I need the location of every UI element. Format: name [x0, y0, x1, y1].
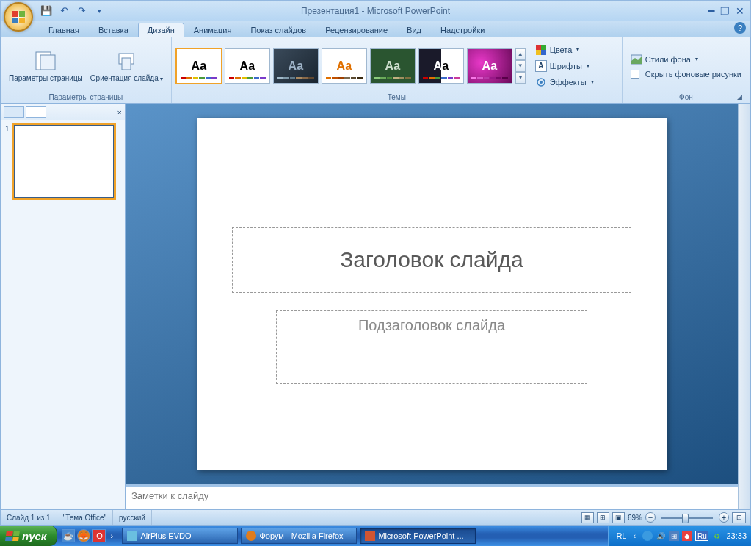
save-icon[interactable]: 💾 — [39, 4, 54, 18]
office-button[interactable] — [4, 2, 33, 32]
tab-review[interactable]: Рецензирование — [316, 23, 397, 37]
theme-thumb-1[interactable]: Аа — [176, 48, 222, 84]
airplus-icon — [127, 531, 137, 541]
slide-canvas[interactable]: Заголовок слайда Подзаголовок слайда — [197, 118, 667, 470]
qat-customize-icon[interactable]: ▾ — [92, 4, 106, 18]
svg-rect-3 — [122, 58, 131, 70]
svg-rect-6 — [536, 50, 541, 55]
sorter-view-button[interactable]: ⊞ — [597, 512, 609, 523]
title-placeholder[interactable]: Заголовок слайда — [232, 227, 631, 293]
zoom-out-button[interactable]: − — [645, 512, 656, 523]
tab-home[interactable]: Главная — [39, 23, 89, 37]
theme-thumb-7[interactable]: Аа — [467, 48, 512, 84]
panel-tabs: × — [1, 104, 125, 120]
hide-bg-checkbox[interactable]: Скрыть фоновые рисунки — [627, 68, 745, 81]
page-setup-button[interactable]: Параметры страницы — [5, 47, 87, 85]
zoom-level[interactable]: 69% — [628, 514, 642, 522]
task-airplus[interactable]: AirPlus EVDO — [122, 528, 238, 544]
system-tray: RL ‹ 🔊 ⊞ ◆ Ru ♻ 23:33 — [608, 526, 751, 546]
ql-icon-3[interactable]: O — [92, 529, 106, 542]
slides-tab[interactable] — [4, 106, 24, 118]
start-button[interactable]: пуск — [0, 526, 57, 546]
tab-animation[interactable]: Анимация — [184, 23, 242, 37]
thumb-number: 1 — [5, 125, 11, 198]
svg-point-9 — [540, 81, 543, 84]
slideshow-view-button[interactable]: ▣ — [612, 512, 625, 523]
status-theme[interactable]: "Тема Office" — [57, 510, 113, 525]
theme-thumb-3[interactable]: Аа — [273, 48, 319, 84]
ql-icon-1[interactable]: ☕ — [62, 529, 75, 542]
group-label-background: Фон ◢ — [627, 92, 745, 103]
tab-addins[interactable]: Надстройки — [431, 23, 494, 37]
tray-icon-3[interactable]: ⊞ — [669, 531, 679, 541]
gallery-down-icon[interactable]: ▼ — [515, 60, 526, 72]
chevron-down-icon: ▾ — [160, 76, 163, 82]
undo-icon[interactable]: ↶ — [57, 4, 71, 18]
dialog-launcher-icon[interactable]: ◢ — [735, 93, 744, 102]
chevron-down-icon: ▾ — [587, 62, 589, 69]
quick-access-toolbar: 💾 ↶ ↷ ▾ — [39, 4, 106, 18]
subtitle-placeholder[interactable]: Подзаголовок слайда — [276, 310, 587, 384]
ql-icon-2[interactable]: 🦊 — [77, 529, 90, 542]
notes-pane[interactable]: Заметки к слайду — [126, 487, 738, 509]
close-icon[interactable]: × — [117, 108, 122, 117]
lang-indicator[interactable]: RL — [616, 531, 626, 540]
restore-button[interactable]: ❐ — [720, 5, 730, 17]
minimize-button[interactable]: ━ — [708, 5, 714, 17]
svg-rect-1 — [40, 55, 55, 70]
vertical-scrollbar[interactable] — [738, 104, 750, 509]
taskbar: пуск ☕ 🦊 O › AirPlus EVDO Форум - Mozill… — [0, 526, 751, 546]
colors-button[interactable]: Цвета▾ — [531, 42, 598, 58]
chevron-down-icon: ▾ — [576, 46, 579, 53]
status-language[interactable]: русский — [113, 510, 152, 525]
status-slide-counter[interactable]: Слайд 1 из 1 — [1, 510, 57, 525]
task-powerpoint[interactable]: Microsoft PowerPoint ... — [360, 528, 476, 544]
group-page-setup: Параметры страницы Ориентация слайда▾ Па… — [1, 37, 172, 103]
zoom-in-button[interactable]: + — [719, 512, 729, 523]
tab-view[interactable]: Вид — [397, 23, 431, 37]
group-label-pagesetup: Параметры страницы — [5, 92, 167, 103]
slide-thumbnail[interactable]: 1 — [5, 125, 120, 198]
tray-icon-1[interactable] — [642, 531, 653, 541]
tray-expand-icon[interactable]: ‹ — [629, 531, 639, 541]
windows-logo-icon — [5, 531, 20, 541]
effects-button[interactable]: Эффекты▾ — [531, 74, 598, 90]
tab-insert[interactable]: Вставка — [89, 23, 138, 37]
workspace: × 1 Заголовок слайда Подзаголовок слайда… — [0, 104, 751, 509]
help-icon[interactable]: ? — [734, 22, 746, 34]
ql-expand-icon[interactable]: › — [108, 529, 115, 542]
normal-view-button[interactable]: ▦ — [581, 512, 594, 523]
checkbox-icon — [631, 70, 639, 79]
theme-thumb-6[interactable]: Аа — [418, 48, 464, 84]
outline-tab[interactable] — [26, 106, 46, 118]
effects-icon — [535, 76, 547, 88]
task-firefox[interactable]: Форум - Mozilla Firefox — [241, 528, 357, 544]
clock[interactable]: 23:33 — [726, 531, 747, 540]
tab-slideshow[interactable]: Показ слайдов — [241, 23, 316, 37]
tray-icon-2[interactable]: 🔊 — [656, 531, 666, 541]
group-background: Стили фона▾ Скрыть фоновые рисунки Фон ◢ — [623, 37, 750, 103]
chevron-down-icon: ▾ — [695, 56, 698, 62]
bg-styles-icon — [631, 54, 642, 65]
gallery-scroll[interactable]: ▲ ▼ ▾ — [515, 48, 526, 84]
zoom-slider[interactable] — [661, 517, 713, 519]
gallery-up-icon[interactable]: ▲ — [515, 48, 526, 60]
tray-lang-ru[interactable]: Ru — [695, 531, 708, 541]
redo-icon[interactable]: ↷ — [74, 4, 89, 18]
slide-panel: × 1 — [1, 104, 126, 509]
close-button[interactable]: ✕ — [736, 5, 744, 17]
tray-icon-4[interactable]: ◆ — [682, 531, 692, 541]
theme-thumb-2[interactable]: Аа — [225, 48, 270, 84]
window-title: Презентация1 - Microsoft PowerPoint — [301, 6, 450, 16]
gallery-more-icon[interactable]: ▾ — [515, 72, 526, 84]
fonts-button[interactable]: A Шрифты▾ — [531, 58, 598, 74]
fit-button[interactable]: ⊡ — [732, 512, 746, 523]
themes-gallery[interactable]: Аа Аа Аа Аа Аа — [176, 48, 526, 84]
tray-icon-5[interactable]: ♻ — [711, 531, 722, 541]
theme-thumb-5[interactable]: Аа — [370, 48, 416, 84]
bg-styles-button[interactable]: Стили фона▾ — [627, 51, 745, 68]
orientation-button[interactable]: Ориентация слайда▾ — [87, 47, 167, 85]
tab-design[interactable]: Дизайн — [138, 23, 184, 37]
colors-icon — [535, 44, 547, 56]
theme-thumb-4[interactable]: Аа — [322, 48, 367, 84]
